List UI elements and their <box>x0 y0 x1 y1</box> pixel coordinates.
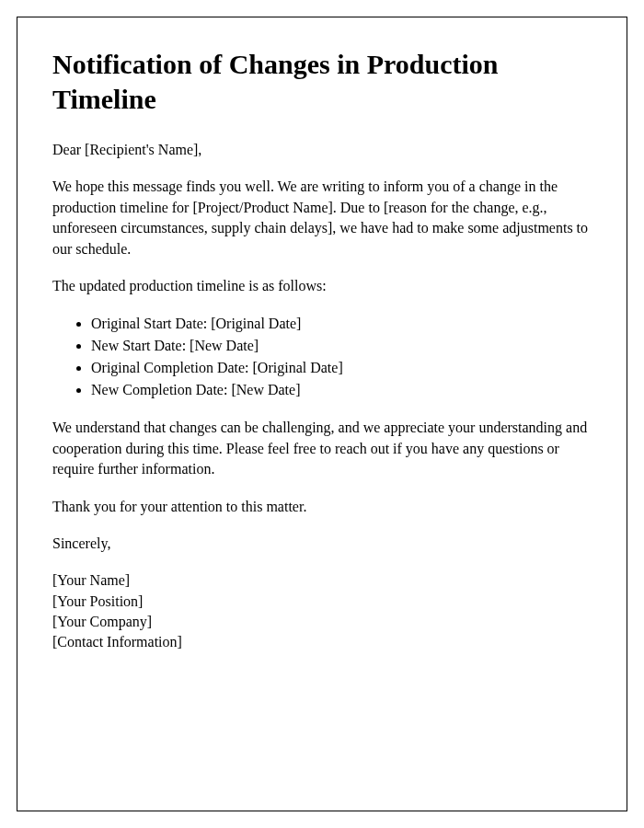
list-item: New Completion Date: [New Date] <box>91 379 592 401</box>
thank-you: Thank you for your attention to this mat… <box>52 497 592 517</box>
salutation: Dear [Recipient's Name], <box>52 140 592 160</box>
signature-position: [Your Position] <box>52 592 592 612</box>
signature-name: [Your Name] <box>52 570 592 591</box>
closing: Sincerely, <box>52 534 592 554</box>
document-container: Notification of Changes in Production Ti… <box>17 17 627 811</box>
signature-block: [Your Name] [Your Position] [Your Compan… <box>52 570 592 653</box>
signature-company: [Your Company] <box>52 612 592 632</box>
list-item: New Start Date: [New Date] <box>91 335 592 357</box>
signature-contact: [Contact Information] <box>52 632 592 652</box>
list-item: Original Completion Date: [Original Date… <box>91 357 592 379</box>
list-item: Original Start Date: [Original Date] <box>91 313 592 335</box>
timeline-list: Original Start Date: [Original Date] New… <box>91 313 592 401</box>
timeline-intro: The updated production timeline is as fo… <box>52 276 592 296</box>
document-title: Notification of Changes in Production Ti… <box>52 47 592 116</box>
understanding-paragraph: We understand that changes can be challe… <box>52 418 592 479</box>
intro-paragraph: We hope this message finds you well. We … <box>52 177 592 259</box>
